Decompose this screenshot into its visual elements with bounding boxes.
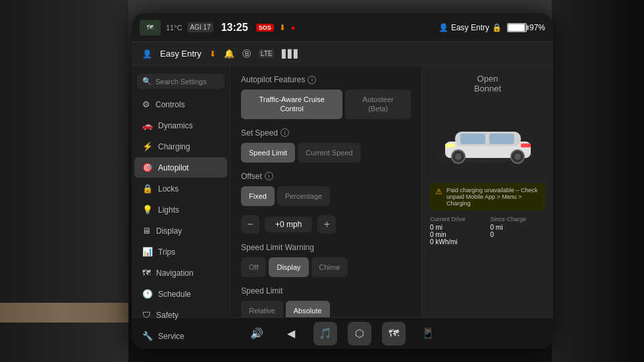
sidebar-item-locks[interactable]: 🔒 Locks: [134, 178, 227, 199]
set-speed-info-icon[interactable]: i: [281, 128, 289, 137]
relative-button[interactable]: Relative: [241, 301, 283, 317]
safety-icon: 🛡: [142, 310, 151, 320]
current-drive-kwh: 0 kWh/mi: [430, 238, 485, 246]
speed-limit-button[interactable]: Speed Limit: [241, 143, 295, 163]
search-icon: 🔍: [142, 77, 151, 86]
offset-increment-button[interactable]: +: [317, 215, 336, 234]
car-interior: 🗺 11°C AGI 17 13:25 SOS ⬇ ● 👤 Easy Entry…: [0, 0, 644, 362]
warning-text: Paid charging unavailable – Check unpaid…: [446, 187, 540, 207]
offset-title-row: Offset i: [241, 172, 411, 181]
current-drive-column: Current Drive 0 mi 0 min 0 kWh/mi: [430, 216, 485, 246]
stats-header-row: Current Drive 0 mi 0 min 0 kWh/mi Since …: [430, 216, 545, 246]
charging-icon: ⚡: [142, 142, 153, 151]
speed-limit-warning-title: Speed Limit Warning: [241, 243, 411, 252]
navigation-icon: 🗺: [142, 268, 151, 278]
sub-bar-person-icon: 👤: [142, 49, 152, 59]
display-label: Display: [156, 226, 182, 236]
speed-limit-section: Speed Limit Relative Absolute: [241, 286, 411, 317]
autopilot-features-section: Autopilot Features i: [241, 75, 411, 84]
current-drive-miles: 0 mi: [430, 224, 485, 231]
warning-banner: ⚠ Paid charging unavailable – Check unpa…: [430, 183, 545, 211]
sub-status-bar: 👤 Easy Entry ⬇ 🔔 Ⓑ LTE ▋▋▋: [132, 42, 553, 66]
sub-bar-signal-icon: ▋▋▋: [282, 49, 300, 59]
sidebar-item-trips[interactable]: 📊 Trips: [134, 242, 227, 262]
offset-type-buttons: Fixed Percentage: [241, 186, 411, 206]
svg-rect-4: [489, 134, 514, 144]
interior-right-panel: [552, 0, 644, 362]
sub-bar-bluetooth-icon: Ⓑ: [242, 48, 251, 60]
service-label: Service: [158, 332, 184, 341]
dynamics-icon: 🚗: [142, 120, 153, 130]
sub-bar-download-icon: ⬇: [209, 49, 216, 59]
warning-display-button[interactable]: Display: [269, 257, 308, 277]
since-charge-label: Since Charge: [491, 216, 546, 222]
svg-rect-3: [460, 134, 485, 144]
navigation-label: Navigation: [156, 269, 194, 278]
fixed-offset-button[interactable]: Fixed: [241, 186, 275, 206]
percentage-offset-button[interactable]: Percentage: [277, 186, 330, 206]
record-icon: ●: [291, 24, 296, 32]
sidebar-item-display[interactable]: 🖥 Display: [134, 220, 227, 241]
sidebar-item-lights[interactable]: 💡 Lights: [134, 199, 227, 220]
speed-limit-warning-buttons: Off Display Chime: [241, 257, 411, 277]
battery-percent: 97%: [529, 23, 545, 32]
offset-info-icon[interactable]: i: [265, 172, 273, 180]
car-panel: OpenBonnet: [421, 66, 553, 317]
absolute-button[interactable]: Absolute: [286, 301, 330, 317]
status-bar: 🗺 11°C AGI 17 13:25 SOS ⬇ ● 👤 Easy Entry…: [132, 13, 553, 42]
open-bonnet-label: OpenBonnet: [430, 74, 545, 93]
service-icon: 🔧: [142, 331, 153, 341]
offset-section: Offset i Fixed Percentage − +0 mph +: [241, 172, 411, 234]
sidebar-item-software[interactable]: 📱 Software: [134, 347, 227, 349]
sidebar: 🔍 Search Settings ⚙ Controls 🚗 Dynamics …: [132, 66, 230, 317]
lights-icon: 💡: [142, 205, 153, 215]
display-icon: 🖥: [142, 226, 151, 236]
taskbar-map-button[interactable]: 🗺: [382, 322, 406, 346]
sidebar-item-charging[interactable]: ⚡ Charging: [134, 136, 227, 157]
current-drive-label: Current Drive: [430, 216, 485, 222]
dynamics-label: Dynamics: [158, 121, 193, 130]
sidebar-item-navigation[interactable]: 🗺 Navigation: [134, 263, 227, 283]
svg-rect-9: [445, 143, 455, 147]
traffic-aware-cruise-button[interactable]: Traffic-Aware Cruise Control: [241, 90, 342, 119]
sub-bar-easy-entry: Easy Entry: [160, 49, 201, 59]
taskbar-phone-button[interactable]: 📱: [416, 322, 440, 346]
autosteer-button[interactable]: Autosteer (Beta): [345, 90, 411, 119]
warning-off-button[interactable]: Off: [241, 257, 266, 277]
sub-bar-lte-icon: LTE: [259, 49, 275, 58]
search-placeholder: Search Settings: [155, 78, 207, 86]
taskbar-back-button[interactable]: ◀: [279, 322, 303, 346]
sidebar-item-service[interactable]: 🔧 Service: [134, 326, 227, 346]
svg-point-8: [514, 153, 521, 160]
agi-display: AGI 17: [188, 22, 213, 32]
schedule-label: Schedule: [158, 290, 191, 299]
taskbar-music-button[interactable]: 🎵: [313, 322, 337, 346]
since-charge-miles: 0 mi: [491, 224, 546, 231]
taskbar-bluetooth-button[interactable]: ⬡: [348, 322, 371, 346]
set-speed-title: Set Speed: [241, 128, 278, 138]
current-speed-button[interactable]: Current Speed: [298, 143, 361, 163]
interior-left-panel: [0, 0, 128, 362]
sidebar-item-schedule[interactable]: 🕐 Schedule: [134, 284, 227, 304]
search-box[interactable]: 🔍 Search Settings: [137, 74, 225, 89]
warning-chime-button[interactable]: Chime: [311, 257, 348, 277]
taskbar-volume-button[interactable]: 🔊: [245, 322, 269, 346]
autopilot-features-buttons: Traffic-Aware Cruise Control Autosteer (…: [241, 90, 411, 119]
svg-point-6: [455, 153, 462, 160]
sidebar-item-dynamics[interactable]: 🚗 Dynamics: [134, 115, 227, 136]
battery-display: 97%: [507, 23, 545, 32]
locks-label: Locks: [158, 184, 178, 194]
autopilot-features-title: Autopilot Features: [241, 75, 305, 84]
speed-limit-title: Speed Limit: [241, 286, 411, 296]
tesla-screen: 🗺 11°C AGI 17 13:25 SOS ⬇ ● 👤 Easy Entry…: [132, 13, 553, 349]
current-drive-min: 0 min: [430, 231, 485, 238]
sos-button[interactable]: SOS: [256, 24, 274, 32]
sidebar-item-safety[interactable]: 🛡 Safety: [134, 305, 227, 325]
sidebar-item-controls[interactable]: ⚙ Controls: [134, 94, 227, 115]
safety-label: Safety: [156, 311, 178, 320]
autopilot-features-info-icon[interactable]: i: [308, 76, 316, 84]
sidebar-item-autopilot[interactable]: 🎯 Autopilot: [134, 157, 227, 178]
offset-decrement-button[interactable]: −: [241, 215, 259, 234]
sub-bar-bell-icon: 🔔: [224, 49, 234, 59]
schedule-icon: 🕐: [142, 289, 153, 299]
